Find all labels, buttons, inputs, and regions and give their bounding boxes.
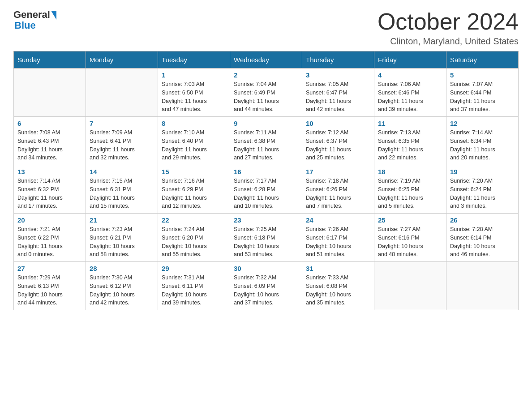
day-number: 31 xyxy=(306,265,370,272)
calendar-day-cell: 29Sunrise: 7:31 AM Sunset: 6:11 PM Dayli… xyxy=(158,262,230,310)
calendar-day-cell xyxy=(446,262,519,310)
day-number: 27 xyxy=(17,265,82,272)
calendar-header: SundayMondayTuesdayWednesdayThursdayFrid… xyxy=(14,51,519,68)
day-info: Sunrise: 7:26 AM Sunset: 6:17 PM Dayligh… xyxy=(306,225,370,259)
day-info: Sunrise: 7:21 AM Sunset: 6:22 PM Dayligh… xyxy=(17,225,82,259)
day-number: 2 xyxy=(234,71,298,79)
calendar-day-cell: 16Sunrise: 7:17 AM Sunset: 6:28 PM Dayli… xyxy=(230,165,302,214)
day-info: Sunrise: 7:30 AM Sunset: 6:12 PM Dayligh… xyxy=(90,274,154,307)
day-number: 7 xyxy=(90,120,154,127)
day-of-week-header: Monday xyxy=(86,51,158,68)
day-info: Sunrise: 7:29 AM Sunset: 6:13 PM Dayligh… xyxy=(17,274,82,307)
calendar-day-cell: 19Sunrise: 7:20 AM Sunset: 6:24 PM Dayli… xyxy=(446,165,519,214)
calendar-day-cell: 15Sunrise: 7:16 AM Sunset: 6:29 PM Dayli… xyxy=(158,165,230,214)
day-number: 25 xyxy=(378,216,442,224)
day-number: 26 xyxy=(450,216,515,224)
calendar-week-row: 20Sunrise: 7:21 AM Sunset: 6:22 PM Dayli… xyxy=(14,214,519,262)
day-info: Sunrise: 7:25 AM Sunset: 6:18 PM Dayligh… xyxy=(234,225,298,259)
calendar-table: SundayMondayTuesdayWednesdayThursdayFrid… xyxy=(13,51,519,310)
day-number: 10 xyxy=(306,120,370,127)
day-info: Sunrise: 7:16 AM Sunset: 6:29 PM Dayligh… xyxy=(162,177,226,210)
calendar-body: 1Sunrise: 7:03 AM Sunset: 6:50 PM Daylig… xyxy=(14,68,519,310)
calendar-day-cell: 23Sunrise: 7:25 AM Sunset: 6:18 PM Dayli… xyxy=(230,214,302,262)
calendar-day-cell: 3Sunrise: 7:05 AM Sunset: 6:47 PM Daylig… xyxy=(302,68,374,117)
day-info: Sunrise: 7:08 AM Sunset: 6:43 PM Dayligh… xyxy=(17,128,82,162)
calendar-day-cell: 31Sunrise: 7:33 AM Sunset: 6:08 PM Dayli… xyxy=(302,262,374,310)
calendar-day-cell: 5Sunrise: 7:07 AM Sunset: 6:44 PM Daylig… xyxy=(446,68,519,117)
calendar-day-cell: 12Sunrise: 7:14 AM Sunset: 6:34 PM Dayli… xyxy=(446,117,519,165)
day-info: Sunrise: 7:03 AM Sunset: 6:50 PM Dayligh… xyxy=(162,80,226,114)
day-number: 29 xyxy=(162,265,226,272)
day-of-week-header: Sunday xyxy=(14,51,86,68)
day-number: 12 xyxy=(450,120,515,127)
day-number: 30 xyxy=(234,265,298,272)
day-number: 19 xyxy=(450,168,515,176)
day-info: Sunrise: 7:12 AM Sunset: 6:37 PM Dayligh… xyxy=(306,128,370,162)
day-info: Sunrise: 7:06 AM Sunset: 6:46 PM Dayligh… xyxy=(378,80,442,114)
day-info: Sunrise: 7:14 AM Sunset: 6:32 PM Dayligh… xyxy=(17,177,82,210)
location-text: Clinton, Maryland, United States xyxy=(378,36,519,47)
logo-blue-text: Blue xyxy=(13,20,36,31)
calendar-day-cell: 21Sunrise: 7:23 AM Sunset: 6:21 PM Dayli… xyxy=(86,214,158,262)
day-info: Sunrise: 7:28 AM Sunset: 6:14 PM Dayligh… xyxy=(450,225,515,259)
day-number: 4 xyxy=(378,71,442,79)
calendar-day-cell: 26Sunrise: 7:28 AM Sunset: 6:14 PM Dayli… xyxy=(446,214,519,262)
day-number: 22 xyxy=(162,216,226,224)
day-number: 11 xyxy=(378,120,442,127)
calendar-day-cell: 18Sunrise: 7:19 AM Sunset: 6:25 PM Dayli… xyxy=(374,165,446,214)
calendar-day-cell: 24Sunrise: 7:26 AM Sunset: 6:17 PM Dayli… xyxy=(302,214,374,262)
day-info: Sunrise: 7:20 AM Sunset: 6:24 PM Dayligh… xyxy=(450,177,515,210)
day-of-week-header: Saturday xyxy=(446,51,519,68)
calendar-day-cell: 8Sunrise: 7:10 AM Sunset: 6:40 PM Daylig… xyxy=(158,117,230,165)
calendar-day-cell: 7Sunrise: 7:09 AM Sunset: 6:41 PM Daylig… xyxy=(86,117,158,165)
day-info: Sunrise: 7:09 AM Sunset: 6:41 PM Dayligh… xyxy=(90,128,154,162)
day-number: 13 xyxy=(17,168,82,176)
calendar-day-cell: 27Sunrise: 7:29 AM Sunset: 6:13 PM Dayli… xyxy=(14,262,86,310)
calendar-day-cell: 9Sunrise: 7:11 AM Sunset: 6:38 PM Daylig… xyxy=(230,117,302,165)
day-info: Sunrise: 7:14 AM Sunset: 6:34 PM Dayligh… xyxy=(450,128,515,162)
day-info: Sunrise: 7:10 AM Sunset: 6:40 PM Dayligh… xyxy=(162,128,226,162)
day-info: Sunrise: 7:24 AM Sunset: 6:20 PM Dayligh… xyxy=(162,225,226,259)
day-info: Sunrise: 7:13 AM Sunset: 6:35 PM Dayligh… xyxy=(378,128,442,162)
calendar-day-cell xyxy=(14,68,86,117)
page-header: General Blue October 2024 Clinton, Maryl… xyxy=(13,9,519,47)
day-number: 16 xyxy=(234,168,298,176)
calendar-week-row: 1Sunrise: 7:03 AM Sunset: 6:50 PM Daylig… xyxy=(14,68,519,117)
day-number: 24 xyxy=(306,216,370,224)
day-info: Sunrise: 7:05 AM Sunset: 6:47 PM Dayligh… xyxy=(306,80,370,114)
day-number: 6 xyxy=(17,120,82,127)
day-info: Sunrise: 7:11 AM Sunset: 6:38 PM Dayligh… xyxy=(234,128,298,162)
day-number: 18 xyxy=(378,168,442,176)
day-of-week-header: Thursday xyxy=(302,51,374,68)
day-number: 15 xyxy=(162,168,226,176)
calendar-day-cell: 10Sunrise: 7:12 AM Sunset: 6:37 PM Dayli… xyxy=(302,117,374,165)
day-of-week-header: Wednesday xyxy=(230,51,302,68)
day-number: 28 xyxy=(90,265,154,272)
calendar-day-cell: 14Sunrise: 7:15 AM Sunset: 6:31 PM Dayli… xyxy=(86,165,158,214)
day-info: Sunrise: 7:27 AM Sunset: 6:16 PM Dayligh… xyxy=(378,225,442,259)
title-section: October 2024 Clinton, Maryland, United S… xyxy=(378,9,519,47)
calendar-day-cell: 2Sunrise: 7:04 AM Sunset: 6:49 PM Daylig… xyxy=(230,68,302,117)
calendar-day-cell: 6Sunrise: 7:08 AM Sunset: 6:43 PM Daylig… xyxy=(14,117,86,165)
day-number: 5 xyxy=(450,71,515,79)
calendar-day-cell: 20Sunrise: 7:21 AM Sunset: 6:22 PM Dayli… xyxy=(14,214,86,262)
day-info: Sunrise: 7:04 AM Sunset: 6:49 PM Dayligh… xyxy=(234,80,298,114)
calendar-week-row: 13Sunrise: 7:14 AM Sunset: 6:32 PM Dayli… xyxy=(14,165,519,214)
day-info: Sunrise: 7:32 AM Sunset: 6:09 PM Dayligh… xyxy=(234,274,298,307)
day-number: 1 xyxy=(162,71,226,79)
days-of-week-row: SundayMondayTuesdayWednesdayThursdayFrid… xyxy=(14,51,519,68)
day-number: 8 xyxy=(162,120,226,127)
logo-general-text: General xyxy=(13,9,50,21)
calendar-day-cell: 17Sunrise: 7:18 AM Sunset: 6:26 PM Dayli… xyxy=(302,165,374,214)
calendar-week-row: 6Sunrise: 7:08 AM Sunset: 6:43 PM Daylig… xyxy=(14,117,519,165)
calendar-day-cell: 4Sunrise: 7:06 AM Sunset: 6:46 PM Daylig… xyxy=(374,68,446,117)
day-info: Sunrise: 7:07 AM Sunset: 6:44 PM Dayligh… xyxy=(450,80,515,114)
day-info: Sunrise: 7:23 AM Sunset: 6:21 PM Dayligh… xyxy=(90,225,154,259)
logo: General Blue xyxy=(13,9,56,31)
day-info: Sunrise: 7:17 AM Sunset: 6:28 PM Dayligh… xyxy=(234,177,298,210)
day-info: Sunrise: 7:18 AM Sunset: 6:26 PM Dayligh… xyxy=(306,177,370,210)
day-info: Sunrise: 7:19 AM Sunset: 6:25 PM Dayligh… xyxy=(378,177,442,210)
day-of-week-header: Friday xyxy=(374,51,446,68)
calendar-day-cell: 28Sunrise: 7:30 AM Sunset: 6:12 PM Dayli… xyxy=(86,262,158,310)
calendar-day-cell: 22Sunrise: 7:24 AM Sunset: 6:20 PM Dayli… xyxy=(158,214,230,262)
